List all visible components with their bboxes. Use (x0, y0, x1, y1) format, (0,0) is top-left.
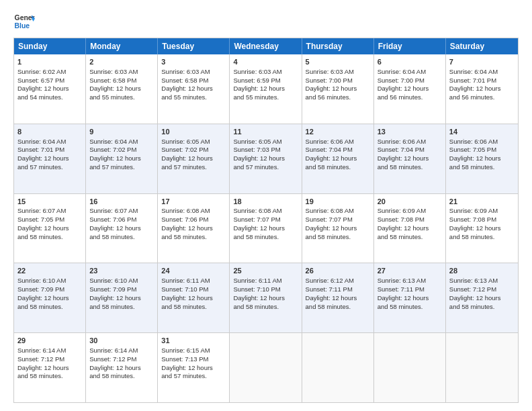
daylight-minutes-text: and 57 minutes. (17, 163, 82, 172)
sunrise-text: Sunrise: 6:11 AM (233, 277, 298, 285)
sunset-text: Sunset: 7:08 PM (378, 216, 442, 224)
sunrise-text: Sunrise: 6:06 AM (449, 138, 515, 146)
calendar-cell: 20Sunrise: 6:09 AMSunset: 7:08 PMDayligh… (374, 194, 446, 263)
calendar-cell (374, 333, 446, 402)
sunrise-text: Sunrise: 6:03 AM (306, 68, 370, 77)
daylight-text: Daylight: 12 hours (233, 154, 298, 163)
daylight-minutes-text: and 58 minutes. (306, 233, 370, 242)
daylight-minutes-text: and 57 minutes. (89, 163, 154, 172)
calendar-day-header: Sunday (14, 38, 86, 54)
day-number: 18 (233, 197, 298, 207)
calendar-cell: 27Sunrise: 6:13 AMSunset: 7:11 PMDayligh… (374, 263, 446, 332)
daylight-minutes-text: and 54 minutes. (17, 93, 82, 102)
sunrise-text: Sunrise: 6:15 AM (161, 347, 226, 355)
calendar-row: 1Sunrise: 6:02 AMSunset: 6:57 PMDaylight… (14, 54, 518, 124)
sunset-text: Sunset: 7:02 PM (161, 146, 226, 154)
day-number: 10 (161, 127, 226, 137)
sunset-text: Sunset: 6:58 PM (89, 77, 154, 85)
sunrise-text: Sunrise: 6:06 AM (378, 138, 442, 146)
day-number: 27 (378, 266, 442, 276)
daylight-text: Daylight: 12 hours (378, 85, 442, 93)
calendar-cell: 16Sunrise: 6:07 AMSunset: 7:06 PMDayligh… (86, 194, 158, 263)
daylight-text: Daylight: 12 hours (89, 85, 154, 93)
sunset-text: Sunset: 7:05 PM (449, 146, 515, 154)
daylight-minutes-text: and 58 minutes. (449, 303, 515, 312)
day-number: 7 (449, 57, 515, 67)
calendar-cell: 24Sunrise: 6:11 AMSunset: 7:10 PMDayligh… (158, 263, 230, 332)
sunrise-text: Sunrise: 6:05 AM (233, 138, 298, 146)
day-number: 1 (17, 57, 82, 67)
day-number: 4 (233, 57, 298, 67)
daylight-minutes-text: and 58 minutes. (378, 233, 442, 242)
day-number: 14 (449, 127, 515, 137)
sunset-text: Sunset: 7:10 PM (233, 285, 298, 294)
sunrise-text: Sunrise: 6:02 AM (17, 68, 82, 77)
sunset-text: Sunset: 7:04 PM (306, 146, 370, 154)
sunset-text: Sunset: 7:12 PM (89, 355, 154, 364)
calendar-cell: 1Sunrise: 6:02 AMSunset: 6:57 PMDaylight… (14, 54, 86, 124)
header: General Blue (13, 11, 519, 32)
sunset-text: Sunset: 7:11 PM (378, 285, 442, 294)
sunrise-text: Sunrise: 6:08 AM (306, 207, 370, 216)
calendar-cell: 12Sunrise: 6:06 AMSunset: 7:04 PMDayligh… (302, 124, 374, 193)
sunrise-text: Sunrise: 6:07 AM (17, 207, 82, 216)
daylight-minutes-text: and 58 minutes. (161, 303, 226, 312)
day-number: 24 (161, 266, 226, 276)
calendar-cell: 28Sunrise: 6:13 AMSunset: 7:12 PMDayligh… (446, 263, 518, 332)
daylight-minutes-text: and 58 minutes. (378, 303, 442, 312)
sunrise-text: Sunrise: 6:13 AM (449, 277, 515, 285)
calendar-day-header: Saturday (446, 38, 518, 54)
daylight-text: Daylight: 12 hours (17, 85, 82, 93)
calendar-cell: 25Sunrise: 6:11 AMSunset: 7:10 PMDayligh… (230, 263, 302, 332)
sunset-text: Sunset: 7:13 PM (161, 355, 226, 364)
daylight-text: Daylight: 12 hours (89, 364, 154, 373)
page: General Blue SundayMondayTuesdayWednesda… (0, 0, 532, 411)
day-number: 28 (449, 266, 515, 276)
calendar-cell: 17Sunrise: 6:08 AMSunset: 7:06 PMDayligh… (158, 194, 230, 263)
day-number: 2 (89, 57, 154, 67)
day-number: 13 (378, 127, 442, 137)
sunrise-text: Sunrise: 6:14 AM (89, 347, 154, 355)
sunrise-text: Sunrise: 6:04 AM (17, 138, 82, 146)
daylight-minutes-text: and 58 minutes. (449, 163, 515, 172)
daylight-text: Daylight: 12 hours (378, 224, 442, 233)
sunset-text: Sunset: 6:59 PM (233, 77, 298, 85)
calendar-cell: 23Sunrise: 6:10 AMSunset: 7:09 PMDayligh… (86, 263, 158, 332)
daylight-text: Daylight: 12 hours (306, 294, 370, 303)
calendar-cell: 13Sunrise: 6:06 AMSunset: 7:04 PMDayligh… (374, 124, 446, 193)
daylight-minutes-text: and 56 minutes. (449, 93, 515, 102)
day-number: 16 (89, 197, 154, 207)
sunset-text: Sunset: 7:07 PM (306, 216, 370, 224)
sunrise-text: Sunrise: 6:09 AM (378, 207, 442, 216)
calendar-cell: 15Sunrise: 6:07 AMSunset: 7:05 PMDayligh… (14, 194, 86, 263)
sunset-text: Sunset: 7:00 PM (306, 77, 370, 85)
daylight-minutes-text: and 58 minutes. (449, 233, 515, 242)
calendar-cell: 5Sunrise: 6:03 AMSunset: 7:00 PMDaylight… (302, 54, 374, 124)
sunrise-text: Sunrise: 6:12 AM (306, 277, 370, 285)
day-number: 20 (378, 197, 442, 207)
calendar-cell: 14Sunrise: 6:06 AMSunset: 7:05 PMDayligh… (446, 124, 518, 193)
sunset-text: Sunset: 6:58 PM (161, 77, 226, 85)
calendar-cell: 18Sunrise: 6:08 AMSunset: 7:07 PMDayligh… (230, 194, 302, 263)
sunrise-text: Sunrise: 6:08 AM (233, 207, 298, 216)
daylight-text: Daylight: 12 hours (306, 85, 370, 93)
daylight-text: Daylight: 12 hours (161, 85, 226, 93)
calendar-cell: 21Sunrise: 6:09 AMSunset: 7:08 PMDayligh… (446, 194, 518, 263)
daylight-text: Daylight: 12 hours (89, 224, 154, 233)
calendar-day-header: Friday (374, 38, 446, 54)
daylight-text: Daylight: 12 hours (89, 154, 154, 163)
daylight-minutes-text: and 55 minutes. (233, 93, 298, 102)
day-number: 29 (17, 336, 82, 346)
daylight-text: Daylight: 12 hours (233, 294, 298, 303)
daylight-text: Daylight: 12 hours (89, 294, 154, 303)
day-number: 25 (233, 266, 298, 276)
day-number: 6 (378, 57, 442, 67)
sunset-text: Sunset: 7:01 PM (449, 77, 515, 85)
sunrise-text: Sunrise: 6:04 AM (89, 138, 154, 146)
day-number: 5 (306, 57, 370, 67)
daylight-text: Daylight: 12 hours (161, 224, 226, 233)
daylight-text: Daylight: 12 hours (449, 224, 515, 233)
calendar-row: 8Sunrise: 6:04 AMSunset: 7:01 PMDaylight… (14, 124, 518, 193)
day-number: 15 (17, 197, 82, 207)
sunrise-text: Sunrise: 6:11 AM (161, 277, 226, 285)
